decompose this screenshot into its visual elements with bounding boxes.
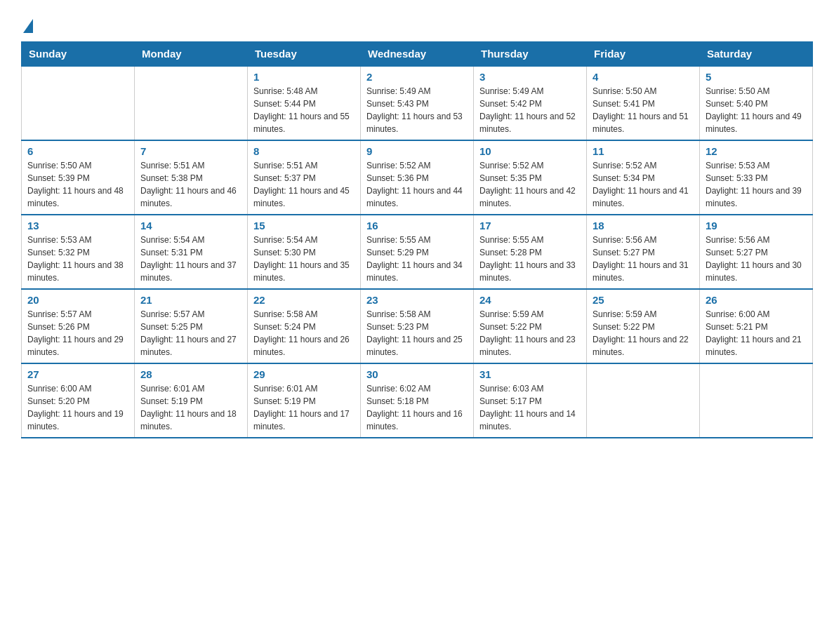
- day-cell: 26Sunrise: 6:00 AMSunset: 5:21 PMDayligh…: [700, 289, 813, 363]
- day-number: 20: [27, 294, 128, 306]
- week-row-5: 27Sunrise: 6:00 AMSunset: 5:20 PMDayligh…: [22, 363, 813, 438]
- week-row-3: 13Sunrise: 5:53 AMSunset: 5:32 PMDayligh…: [22, 215, 813, 289]
- day-cell: [700, 363, 813, 438]
- day-number: 21: [140, 294, 241, 306]
- day-number: 22: [253, 294, 355, 306]
- week-row-2: 6Sunrise: 5:50 AMSunset: 5:39 PMDaylight…: [22, 140, 813, 215]
- day-cell: 23Sunrise: 5:58 AMSunset: 5:23 PMDayligh…: [361, 289, 474, 363]
- day-number: 9: [366, 145, 468, 157]
- day-cell: 17Sunrise: 5:55 AMSunset: 5:28 PMDayligh…: [474, 215, 587, 289]
- day-info: Sunrise: 5:51 AMSunset: 5:37 PMDaylight:…: [253, 159, 355, 210]
- day-cell: 11Sunrise: 5:52 AMSunset: 5:34 PMDayligh…: [587, 140, 700, 215]
- day-cell: 18Sunrise: 5:56 AMSunset: 5:27 PMDayligh…: [587, 215, 700, 289]
- calendar-table: SundayMondayTuesdayWednesdayThursdayFrid…: [21, 41, 813, 438]
- day-number: 2: [366, 71, 468, 83]
- header-cell-thursday: Thursday: [474, 42, 587, 67]
- day-number: 29: [253, 368, 355, 380]
- day-number: 11: [593, 145, 694, 157]
- day-cell: 12Sunrise: 5:53 AMSunset: 5:33 PMDayligh…: [700, 140, 813, 215]
- day-info: Sunrise: 5:51 AMSunset: 5:38 PMDaylight:…: [140, 159, 241, 210]
- day-cell: 22Sunrise: 5:58 AMSunset: 5:24 PMDayligh…: [248, 289, 361, 363]
- day-cell: 13Sunrise: 5:53 AMSunset: 5:32 PMDayligh…: [22, 215, 135, 289]
- day-cell: 5Sunrise: 5:50 AMSunset: 5:40 PMDaylight…: [700, 66, 813, 140]
- day-cell: 7Sunrise: 5:51 AMSunset: 5:38 PMDaylight…: [135, 140, 248, 215]
- day-number: 1: [253, 71, 355, 83]
- day-cell: 9Sunrise: 5:52 AMSunset: 5:36 PMDaylight…: [361, 140, 474, 215]
- day-info: Sunrise: 6:01 AMSunset: 5:19 PMDaylight:…: [253, 382, 355, 433]
- day-info: Sunrise: 6:00 AMSunset: 5:20 PMDaylight:…: [27, 382, 128, 433]
- day-info: Sunrise: 5:55 AMSunset: 5:29 PMDaylight:…: [366, 234, 468, 284]
- day-cell: 4Sunrise: 5:50 AMSunset: 5:41 PMDaylight…: [587, 66, 700, 140]
- day-number: 5: [706, 71, 807, 83]
- day-number: 27: [27, 368, 128, 380]
- header-cell-monday: Monday: [135, 42, 248, 67]
- day-cell: 19Sunrise: 5:56 AMSunset: 5:27 PMDayligh…: [700, 215, 813, 289]
- day-info: Sunrise: 5:59 AMSunset: 5:22 PMDaylight:…: [593, 308, 694, 358]
- day-info: Sunrise: 5:49 AMSunset: 5:42 PMDaylight:…: [479, 85, 581, 135]
- day-number: 26: [706, 294, 807, 306]
- day-number: 10: [479, 145, 581, 157]
- header-cell-wednesday: Wednesday: [361, 42, 474, 67]
- day-cell: [22, 66, 135, 140]
- day-number: 7: [140, 145, 241, 157]
- day-number: 15: [253, 220, 355, 232]
- day-info: Sunrise: 5:52 AMSunset: 5:34 PMDaylight:…: [593, 159, 694, 210]
- day-info: Sunrise: 5:53 AMSunset: 5:33 PMDaylight:…: [706, 159, 807, 210]
- day-info: Sunrise: 5:54 AMSunset: 5:31 PMDaylight:…: [140, 234, 241, 284]
- day-cell: 31Sunrise: 6:03 AMSunset: 5:17 PMDayligh…: [474, 363, 587, 438]
- day-cell: [135, 66, 248, 140]
- day-number: 28: [140, 368, 241, 380]
- page-header: [21, 14, 813, 34]
- day-info: Sunrise: 5:54 AMSunset: 5:30 PMDaylight:…: [253, 234, 355, 284]
- week-row-1: 1Sunrise: 5:48 AMSunset: 5:44 PMDaylight…: [22, 66, 813, 140]
- day-cell: 6Sunrise: 5:50 AMSunset: 5:39 PMDaylight…: [22, 140, 135, 215]
- day-number: 6: [27, 145, 128, 157]
- day-number: 8: [253, 145, 355, 157]
- day-info: Sunrise: 5:55 AMSunset: 5:28 PMDaylight:…: [479, 234, 581, 284]
- day-number: 24: [479, 294, 581, 306]
- day-info: Sunrise: 5:53 AMSunset: 5:32 PMDaylight:…: [27, 234, 128, 284]
- day-cell: 27Sunrise: 6:00 AMSunset: 5:20 PMDayligh…: [22, 363, 135, 438]
- day-info: Sunrise: 5:50 AMSunset: 5:40 PMDaylight:…: [706, 85, 807, 135]
- day-cell: 10Sunrise: 5:52 AMSunset: 5:35 PMDayligh…: [474, 140, 587, 215]
- day-info: Sunrise: 6:00 AMSunset: 5:21 PMDaylight:…: [706, 308, 807, 358]
- day-cell: 16Sunrise: 5:55 AMSunset: 5:29 PMDayligh…: [361, 215, 474, 289]
- day-info: Sunrise: 5:57 AMSunset: 5:26 PMDaylight:…: [27, 308, 128, 358]
- day-cell: 15Sunrise: 5:54 AMSunset: 5:30 PMDayligh…: [248, 215, 361, 289]
- day-info: Sunrise: 5:48 AMSunset: 5:44 PMDaylight:…: [253, 85, 355, 135]
- day-info: Sunrise: 5:59 AMSunset: 5:22 PMDaylight:…: [479, 308, 581, 358]
- day-cell: 25Sunrise: 5:59 AMSunset: 5:22 PMDayligh…: [587, 289, 700, 363]
- day-cell: 24Sunrise: 5:59 AMSunset: 5:22 PMDayligh…: [474, 289, 587, 363]
- day-cell: 1Sunrise: 5:48 AMSunset: 5:44 PMDaylight…: [248, 66, 361, 140]
- day-number: 4: [593, 71, 694, 83]
- day-cell: 29Sunrise: 6:01 AMSunset: 5:19 PMDayligh…: [248, 363, 361, 438]
- day-info: Sunrise: 5:58 AMSunset: 5:23 PMDaylight:…: [366, 308, 468, 358]
- logo-triangle-icon: [23, 19, 33, 33]
- day-info: Sunrise: 5:56 AMSunset: 5:27 PMDaylight:…: [593, 234, 694, 284]
- week-row-4: 20Sunrise: 5:57 AMSunset: 5:26 PMDayligh…: [22, 289, 813, 363]
- header-cell-tuesday: Tuesday: [248, 42, 361, 67]
- day-number: 13: [27, 220, 128, 232]
- logo: [21, 14, 33, 34]
- day-number: 18: [593, 220, 694, 232]
- day-cell: 8Sunrise: 5:51 AMSunset: 5:37 PMDaylight…: [248, 140, 361, 215]
- day-info: Sunrise: 5:52 AMSunset: 5:35 PMDaylight:…: [479, 159, 581, 210]
- day-cell: 30Sunrise: 6:02 AMSunset: 5:18 PMDayligh…: [361, 363, 474, 438]
- day-cell: 3Sunrise: 5:49 AMSunset: 5:42 PMDaylight…: [474, 66, 587, 140]
- day-info: Sunrise: 6:01 AMSunset: 5:19 PMDaylight:…: [140, 382, 241, 433]
- header-row: SundayMondayTuesdayWednesdayThursdayFrid…: [22, 42, 813, 67]
- day-cell: 14Sunrise: 5:54 AMSunset: 5:31 PMDayligh…: [135, 215, 248, 289]
- day-info: Sunrise: 5:56 AMSunset: 5:27 PMDaylight:…: [706, 234, 807, 284]
- day-number: 14: [140, 220, 241, 232]
- day-info: Sunrise: 6:03 AMSunset: 5:17 PMDaylight:…: [479, 382, 581, 433]
- day-cell: [587, 363, 700, 438]
- day-cell: 28Sunrise: 6:01 AMSunset: 5:19 PMDayligh…: [135, 363, 248, 438]
- calendar-body: 1Sunrise: 5:48 AMSunset: 5:44 PMDaylight…: [22, 66, 813, 438]
- day-number: 3: [479, 71, 581, 83]
- day-number: 31: [479, 368, 581, 380]
- header-cell-sunday: Sunday: [22, 42, 135, 67]
- day-info: Sunrise: 5:57 AMSunset: 5:25 PMDaylight:…: [140, 308, 241, 358]
- day-cell: 20Sunrise: 5:57 AMSunset: 5:26 PMDayligh…: [22, 289, 135, 363]
- header-cell-saturday: Saturday: [700, 42, 813, 67]
- calendar-header: SundayMondayTuesdayWednesdayThursdayFrid…: [22, 42, 813, 67]
